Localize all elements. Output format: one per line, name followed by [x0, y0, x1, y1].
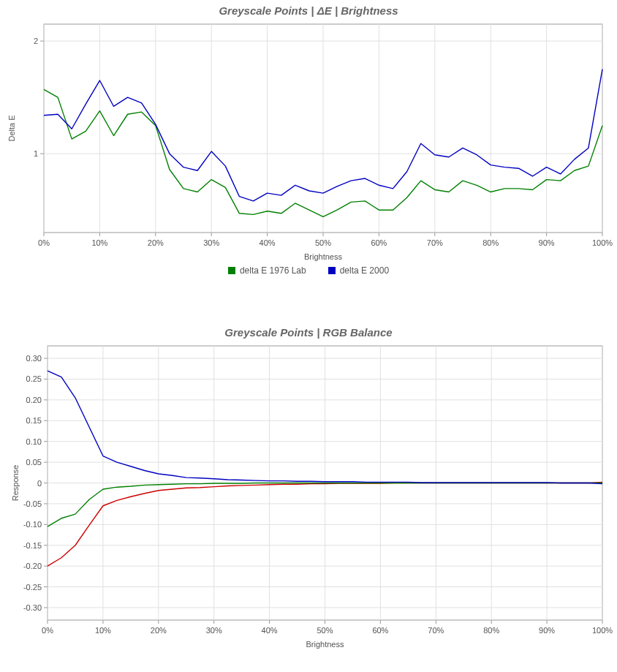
chart1-legend: delta E 1976 Lab delta E 2000: [0, 265, 617, 276]
svg-text:10%: 10%: [91, 238, 107, 247]
svg-text:-0.30: -0.30: [23, 603, 42, 612]
svg-text:60%: 60%: [372, 626, 388, 635]
svg-text:30%: 30%: [206, 626, 222, 635]
svg-text:50%: 50%: [315, 238, 331, 247]
svg-text:1: 1: [34, 149, 38, 158]
chart1-title: Greyscale Points | ΔE | Brightness: [0, 0, 617, 17]
svg-text:Response: Response: [11, 465, 20, 502]
legend-label-1976: delta E 1976 Lab: [240, 265, 306, 276]
svg-text:10%: 10%: [95, 626, 111, 635]
chart2-title: Greyscale Points | RGB Balance: [0, 322, 617, 339]
chart-rgb-balance: Greyscale Points | RGB Balance 0%10%20%3…: [0, 322, 617, 665]
svg-text:-0.10: -0.10: [23, 520, 42, 529]
svg-text:0%: 0%: [42, 626, 53, 635]
svg-text:-0.25: -0.25: [23, 583, 42, 592]
svg-text:0%: 0%: [38, 238, 50, 247]
svg-text:20%: 20%: [151, 626, 167, 635]
svg-text:2: 2: [34, 37, 38, 45]
chart1-plot: 0%10%20%30%40%50%60%70%80%90%100%12Brigh…: [0, 17, 617, 265]
svg-text:0.15: 0.15: [26, 416, 42, 425]
svg-text:0.30: 0.30: [26, 354, 42, 363]
legend-label-2000: delta E 2000: [340, 265, 389, 276]
svg-text:Delta E: Delta E: [7, 115, 16, 141]
legend-item-1976: delta E 1976 Lab: [228, 265, 306, 276]
chart-delta-e: Greyscale Points | ΔE | Brightness 0%10%…: [0, 0, 617, 307]
svg-text:100%: 100%: [592, 238, 613, 247]
svg-text:90%: 90%: [539, 626, 555, 635]
legend-swatch-blue: [328, 267, 336, 274]
svg-text:-0.20: -0.20: [23, 562, 42, 570]
svg-text:0: 0: [37, 479, 42, 488]
chart2-plot: 0%10%20%30%40%50%60%70%80%90%100%-0.30-0…: [0, 339, 617, 653]
svg-text:90%: 90%: [539, 238, 555, 247]
svg-text:40%: 40%: [262, 626, 278, 635]
svg-text:Brightness: Brightness: [304, 252, 342, 261]
svg-text:20%: 20%: [148, 238, 164, 247]
svg-text:Brightness: Brightness: [306, 640, 344, 649]
svg-text:70%: 70%: [427, 238, 443, 247]
svg-text:0.25: 0.25: [26, 374, 42, 383]
svg-text:-0.05: -0.05: [23, 499, 42, 508]
svg-text:-0.15: -0.15: [23, 541, 42, 550]
svg-text:80%: 80%: [482, 238, 499, 247]
svg-text:30%: 30%: [203, 238, 219, 247]
legend-item-2000: delta E 2000: [328, 265, 389, 276]
svg-text:70%: 70%: [428, 626, 444, 635]
svg-text:50%: 50%: [317, 626, 333, 635]
legend-swatch-green: [228, 267, 235, 274]
svg-text:60%: 60%: [371, 238, 387, 247]
svg-text:0.05: 0.05: [26, 458, 42, 467]
svg-text:0.20: 0.20: [26, 396, 42, 404]
svg-text:100%: 100%: [592, 626, 613, 635]
svg-text:0.10: 0.10: [26, 437, 42, 446]
svg-text:80%: 80%: [483, 626, 499, 635]
svg-text:40%: 40%: [260, 238, 276, 247]
page: Greyscale Points | ΔE | Brightness 0%10%…: [0, 0, 617, 672]
